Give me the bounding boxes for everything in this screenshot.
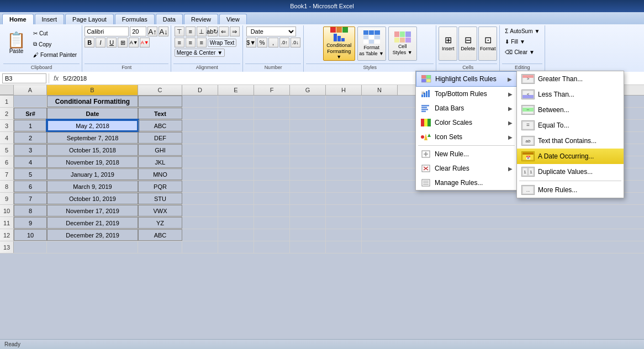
submenu-item-equal-to[interactable]: = Equal To... [517, 118, 624, 133]
cell-e6[interactable] [218, 156, 254, 168]
cell-d9[interactable] [182, 193, 218, 204]
tab-data[interactable]: Data [156, 14, 183, 24]
cell-h8[interactable] [326, 181, 362, 192]
submenu-item-more-rules[interactable]: ... More Rules... [517, 182, 624, 198]
menu-item-color-scales[interactable]: Color Scales ▶ [416, 115, 517, 130]
submenu-item-date-occurring[interactable]: 📅 A Date Occurring... [517, 149, 624, 164]
cell-f13[interactable] [254, 241, 290, 253]
cell-styles-button[interactable]: CellStyles ▼ [388, 27, 417, 61]
conditional-formatting-button[interactable]: ConditionalFormatting ▼ [323, 27, 355, 61]
tab-home[interactable]: Home [2, 14, 34, 24]
paste-button[interactable]: 📋 Paste [3, 30, 29, 56]
cell-f3[interactable] [254, 120, 290, 131]
cell-b4[interactable]: September 7, 2018 [47, 132, 138, 144]
cell-f8[interactable] [254, 181, 290, 192]
cell-g8[interactable] [290, 181, 326, 192]
col-header-n[interactable]: N [362, 85, 398, 95]
submenu-item-duplicate-values[interactable]: 1 1 Duplicate Values... [517, 164, 624, 179]
cell-d13[interactable] [182, 241, 218, 253]
cell-c5[interactable]: GHI [138, 144, 182, 156]
cell-c2[interactable]: Text [138, 108, 182, 119]
row-header-9[interactable]: 9 [0, 193, 14, 204]
cell-d2[interactable] [182, 108, 218, 119]
cell-b7[interactable]: January 1, 2019 [47, 168, 138, 180]
cell-c7[interactable]: MNO [138, 168, 182, 180]
cell-b6[interactable]: November 19, 2018 [47, 156, 138, 168]
autosum-button[interactable]: Σ AutoSum ▼ [502, 27, 542, 36]
tab-review[interactable]: Review [184, 14, 218, 24]
cell-a3[interactable]: 1 [14, 120, 47, 131]
cell-h10[interactable] [326, 205, 362, 216]
cell-a11[interactable]: 9 [14, 217, 47, 229]
cell-e2[interactable] [218, 108, 254, 119]
row-header-13[interactable]: 13 [0, 241, 14, 253]
cell-b1[interactable]: Conditional Formatiting [47, 96, 138, 107]
row-header-7[interactable]: 7 [0, 168, 14, 180]
cell-e7[interactable] [218, 168, 254, 180]
row-header-6[interactable]: 6 [0, 156, 14, 168]
cell-e11[interactable] [218, 217, 254, 229]
bold-button[interactable]: B [85, 38, 94, 47]
cell-d8[interactable] [182, 181, 218, 192]
cell-c8[interactable]: PQR [138, 181, 182, 192]
cell-b12[interactable]: December 29, 2019 [47, 229, 138, 241]
cell-d5[interactable] [182, 144, 218, 156]
col-header-b[interactable]: B [47, 85, 138, 95]
cell-a1[interactable] [14, 96, 47, 107]
tab-insert[interactable]: Insert [35, 14, 65, 24]
cell-f6[interactable] [254, 156, 290, 168]
submenu-item-between[interactable]: ↔ Between... [517, 102, 624, 118]
cell-g9[interactable] [290, 193, 326, 204]
menu-item-highlight-cells[interactable]: Highlight Cells Rules ▶ [416, 71, 517, 87]
cell-e3[interactable] [218, 120, 254, 131]
format-painter-button[interactable]: 🖌 Format Painter [30, 50, 80, 60]
cell-f5[interactable] [254, 144, 290, 156]
cell-h2[interactable] [326, 108, 362, 119]
cell-a8[interactable]: 6 [14, 181, 47, 192]
row-header-1[interactable]: 1 [0, 96, 14, 107]
menu-item-new-rule[interactable]: New Rule... [416, 147, 517, 161]
row-header-5[interactable]: 5 [0, 144, 14, 156]
font-color-button[interactable]: A▼ [140, 38, 150, 47]
row-header-8[interactable]: 8 [0, 181, 14, 192]
cell-a9[interactable]: 7 [14, 193, 47, 204]
cell-b5[interactable]: October 15, 2018 [47, 144, 138, 156]
cell-d1[interactable] [182, 96, 218, 107]
menu-item-clear-rules[interactable]: Clear Rules ▶ [416, 161, 517, 176]
cell-f7[interactable] [254, 168, 290, 180]
merge-center-button[interactable]: Merge & Center ▼ [175, 49, 225, 57]
cell-a2[interactable]: Sr# [14, 108, 47, 119]
submenu-item-greater-than[interactable]: > Greater Than... [517, 71, 624, 87]
decrease-decimal-button[interactable]: .0↓ [291, 38, 300, 47]
insert-button[interactable]: ⊞ Insert [439, 27, 457, 61]
font-size-input[interactable] [130, 27, 146, 36]
text-dir-button[interactable]: ab↻ [208, 27, 218, 36]
cell-d10[interactable] [182, 205, 218, 216]
cell-c13[interactable] [138, 241, 182, 253]
cell-h7[interactable] [326, 168, 362, 180]
cell-b13[interactable] [47, 241, 138, 253]
cell-e4[interactable] [218, 132, 254, 144]
cell-c1[interactable] [138, 96, 182, 107]
fill-button[interactable]: ⬇ Fill ▼ [502, 37, 542, 46]
cell-g10[interactable] [290, 205, 326, 216]
cell-e13[interactable] [218, 241, 254, 253]
cell-f1[interactable] [254, 96, 290, 107]
row-header-2[interactable]: 2 [0, 108, 14, 119]
cell-h3[interactable] [326, 120, 362, 131]
submenu-item-text-contains[interactable]: ab Text that Contains... [517, 133, 624, 149]
align-right-button[interactable]: ≡ [197, 38, 207, 47]
align-center-button[interactable]: ≡ [186, 38, 196, 47]
row-header-10[interactable]: 10 [0, 205, 14, 216]
format-as-table-button[interactable]: Formatas Table ▼ [357, 27, 386, 61]
indent-increase-button[interactable]: ⇒ [230, 27, 240, 36]
cell-c11[interactable]: YZ [138, 217, 182, 229]
cell-d7[interactable] [182, 168, 218, 180]
percent-button[interactable]: % [257, 38, 267, 47]
cell-e12[interactable] [218, 229, 254, 241]
clear-button[interactable]: ⌫ Clear ▼ [502, 47, 542, 57]
menu-item-manage-rules[interactable]: Manage Rules... [416, 176, 517, 190]
copy-button[interactable]: ⧉ Copy [30, 39, 80, 49]
underline-button[interactable]: U [107, 38, 117, 47]
cell-g6[interactable] [290, 156, 326, 168]
